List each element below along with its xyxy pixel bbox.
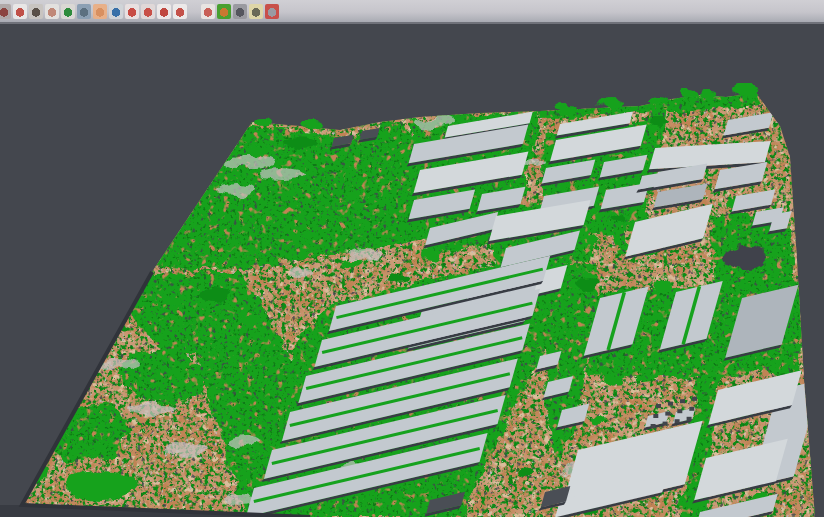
colormap-icon[interactable] [217, 4, 231, 19]
viewport-3d[interactable] [0, 26, 824, 517]
dotted-cross-icon[interactable] [13, 4, 27, 19]
orange-square-icon[interactable] [93, 4, 107, 19]
red-stripes-icon[interactable] [141, 4, 155, 19]
globe-icon[interactable] [109, 4, 123, 19]
red-list-icon[interactable] [125, 4, 139, 19]
red-ring-icon[interactable] [157, 4, 171, 19]
red-flag-icon[interactable] [265, 4, 279, 19]
points-icon[interactable] [45, 4, 59, 19]
terrain-layers [0, 26, 824, 517]
toolbar [0, 0, 824, 24]
green-hill-icon[interactable] [61, 4, 75, 19]
yellow-x-icon[interactable] [249, 4, 263, 19]
binoculars-icon[interactable] [233, 4, 247, 19]
diagonal-dots-icon[interactable] [201, 4, 215, 19]
selection-box-icon[interactable] [173, 4, 187, 19]
new-document-icon[interactable] [0, 4, 11, 19]
panel-icon[interactable] [77, 4, 91, 19]
mountain-icon[interactable] [29, 4, 43, 19]
terrain-point-cloud [0, 26, 824, 517]
